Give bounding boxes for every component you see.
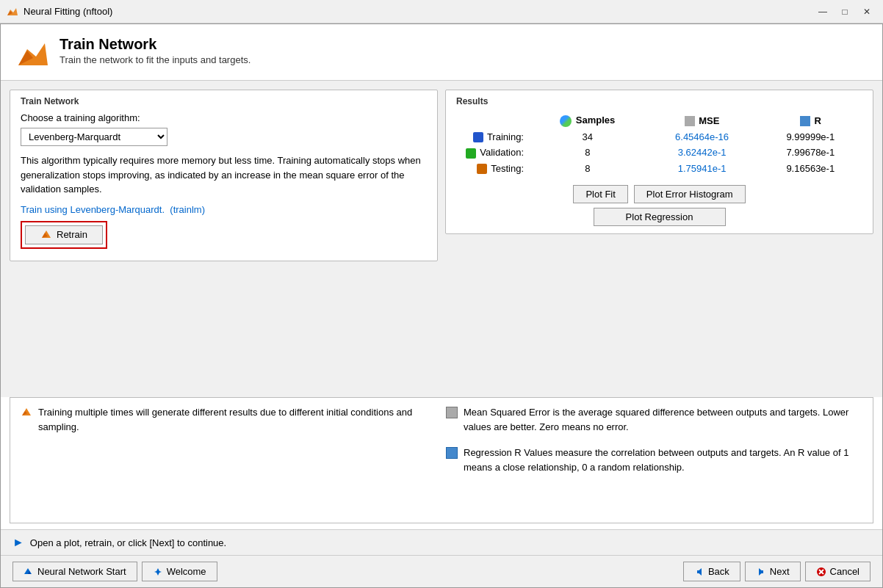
validation-mse: 3.62442e-1 [646,145,759,161]
notes-left-col: Training multiple times will generate di… [21,405,437,515]
testing-r: 9.16563e-1 [759,161,862,177]
training-r: 9.99999e-1 [759,129,862,145]
minimize-button[interactable]: — [812,3,833,21]
note-1: Training multiple times will generate di… [21,405,437,434]
header-text: Train Network Train the network to fit t… [60,36,251,65]
back-button[interactable]: Back [683,562,740,581]
col-mse-header: MSE [646,112,759,129]
validation-r: 7.99678e-1 [759,145,862,161]
plot-error-histogram-button[interactable]: Plot Error Histogram [634,185,746,203]
welcome-label: Welcome [167,566,206,577]
svg-marker-10 [154,568,162,576]
svg-rect-14 [762,570,763,573]
left-panel: Train Network Choose a training algorith… [10,90,438,388]
back-icon [694,567,704,577]
validation-label: Validation: [456,145,530,161]
train-section-title: Train Network [21,96,427,106]
note-2: Mean Squared Error is the average square… [446,405,862,434]
samples-icon [560,115,572,127]
retrain-icon [40,229,52,241]
train-network-section: Train Network Choose a training algorith… [10,90,438,261]
results-table: Samples MSE R [456,112,862,176]
choose-algorithm-label: Choose a training algorithm: [21,112,427,123]
nn-start-label: Neural Network Start [37,566,126,577]
testing-row: Testing: 8 1.75941e-1 9.16563e-1 [456,161,862,177]
next-label: Next [770,566,790,577]
matlab-icon [6,5,19,18]
svg-rect-12 [697,570,699,573]
cancel-label: Cancel [830,566,859,577]
svg-marker-8 [24,568,32,574]
validation-samples: 8 [530,145,646,161]
note3-icon [446,447,458,459]
right-panel: Results Samples MSE [445,90,873,388]
cancel-icon [816,567,826,577]
results-section-title: Results [456,96,862,106]
note3-text: Regression R Values measure the correlat… [464,446,862,474]
next-button[interactable]: Next [745,562,801,581]
retrain-button[interactable]: Retrain [25,225,103,244]
results-section: Results Samples MSE [445,90,873,234]
titlebar-title: Neural Fitting (nftool) [24,6,112,17]
note2-text: Mean Squared Error is the average square… [464,405,862,434]
close-button[interactable]: ✕ [857,3,877,21]
retrain-container: Retrain [21,221,107,249]
footer-left-buttons: Neural Network Start Welcome [12,562,217,581]
validation-row: Validation: 8 3.62442e-1 7.99678e-1 [456,145,862,161]
titlebar-left: Neural Fitting (nftool) [6,5,112,18]
back-label: Back [708,566,729,577]
algorithm-description: This algorithm typically requires more m… [21,153,427,197]
notes-right-col: Mean Squared Error is the average square… [446,405,862,515]
retrain-label: Retrain [57,229,87,240]
status-bar: ► Open a plot, retrain, or click [Next] … [1,529,882,555]
train-label-prefix: Train using Levenberg-Marquardt. [21,204,165,215]
welcome-button[interactable]: Welcome [142,562,217,581]
content-area: Train Network Choose a training algorith… [1,81,882,397]
footer-right-buttons: Back Next Cancel [683,562,871,581]
plot-buttons: Plot Fit Plot Error Histogram Plot Regre… [456,185,862,226]
training-icon [473,132,483,142]
note2-icon [446,407,458,418]
header: Train Network Train the network to fit t… [1,24,882,81]
training-samples: 34 [530,129,646,145]
note1-icon [21,407,32,418]
maximize-button[interactable]: □ [835,3,855,21]
page-subtitle: Train the network to fit the inputs and … [60,54,251,65]
nn-start-icon [24,567,34,577]
neural-network-start-button[interactable]: Neural Network Start [12,562,137,581]
titlebar: Neural Fitting (nftool) — □ ✕ [0,0,883,23]
testing-icon [477,164,487,174]
titlebar-controls: — □ ✕ [812,3,877,21]
train-label: Train using Levenberg-Marquardt. (trainl… [21,204,427,215]
status-arrow-icon: ► [12,536,24,549]
note1-text: Training multiple times will generate di… [38,405,437,434]
main-window: Train Network Train the network to fit t… [0,23,883,588]
plot-regression-button[interactable]: Plot Regression [594,208,726,226]
plot-buttons-row1: Plot Fit Plot Error Histogram [573,185,745,203]
plot-fit-button[interactable]: Plot Fit [573,185,627,203]
r-icon [800,116,810,126]
algorithm-select[interactable]: Levenberg-Marquardt Bayesian Regularizat… [21,128,167,146]
training-label: Training: [456,129,530,145]
next-icon [756,567,766,577]
col-r-header: R [759,112,862,129]
cancel-button[interactable]: Cancel [805,562,871,581]
col-samples-header: Samples [530,112,646,129]
page-title: Train Network [60,36,251,53]
training-row: Training: 34 6.45464e-16 9.99999e-1 [456,129,862,145]
notes-section: Notes Training multiple times will gener… [10,397,873,523]
notes-area: Notes Training multiple times will gener… [1,397,882,529]
testing-label: Testing: [456,161,530,177]
status-message: Open a plot, retrain, or click [Next] to… [30,537,226,548]
testing-samples: 8 [530,161,646,177]
training-mse: 6.45464e-16 [646,129,759,145]
header-icon [15,36,51,71]
mse-icon [685,116,695,126]
footer: Neural Network Start Welcome Back [1,555,882,587]
welcome-icon [153,567,163,577]
note-3: Regression R Values measure the correlat… [446,446,862,474]
testing-mse: 1.75941e-1 [646,161,759,177]
validation-icon [466,148,476,159]
train-label-code: (trainlm) [170,204,205,215]
